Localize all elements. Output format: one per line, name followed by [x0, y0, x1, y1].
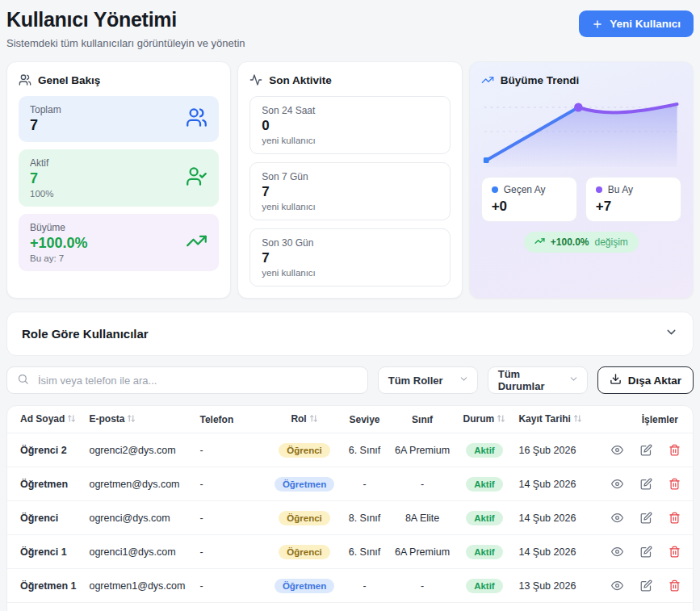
edit-user-button[interactable]: [638, 577, 655, 594]
user-name: Öğrenci 1: [7, 535, 82, 569]
delete-user-button[interactable]: [666, 475, 683, 492]
roles-section-toggle[interactable]: Role Göre Kullanıcılar: [6, 312, 694, 356]
user-email: veli@dys.com: [82, 603, 193, 611]
chevron-down-icon: [568, 374, 579, 387]
header-eposta[interactable]: E-posta: [82, 406, 193, 433]
total-users-tile: Toplam 7: [19, 96, 219, 142]
activity-card-title: Son Aktivite: [269, 74, 332, 86]
overview-card-title: Genel Bakış: [38, 74, 100, 86]
this-month-value: +7: [596, 199, 671, 215]
user-class: -: [388, 603, 457, 611]
user-email: ogrenci1@dys.com: [82, 535, 193, 569]
edit-icon: [640, 512, 652, 524]
view-user-button[interactable]: [609, 509, 626, 526]
view-user-button[interactable]: [609, 577, 626, 594]
delete-user-button[interactable]: [666, 543, 683, 560]
activity-icon: [249, 73, 262, 86]
activity-7d-value: 7: [262, 184, 438, 200]
view-user-button[interactable]: [609, 543, 626, 560]
eye-icon: [611, 546, 623, 558]
view-user-button[interactable]: [609, 442, 626, 458]
status-badge: Aktif: [466, 443, 503, 458]
user-class: 8A Elite: [388, 501, 457, 535]
growth-trend-chart: [481, 96, 681, 167]
users-icon: [186, 107, 207, 132]
total-users-value: 7: [30, 117, 61, 134]
page-heading: Kullanıcı Yönetimi Sistemdeki tüm kullan…: [6, 8, 245, 49]
edit-user-button[interactable]: [638, 509, 655, 526]
growth-value: +100.0%: [30, 235, 88, 252]
change-value: +100.0%: [551, 236, 589, 248]
trending-up-icon: [186, 230, 207, 255]
role-filter-select[interactable]: Tüm Roller: [378, 366, 478, 394]
delete-user-button[interactable]: [666, 509, 683, 526]
activity-30d-tile: Son 30 Gün 7 yeni kullanıcı: [249, 228, 450, 287]
trash-icon: [669, 580, 681, 592]
users-icon: [19, 73, 31, 86]
role-badge: Öğretmen: [275, 579, 334, 593]
status-badge: Aktif: [466, 579, 503, 593]
user-name: Öğretmen 1: [7, 569, 82, 603]
role-filter-value: Tüm Roller: [388, 375, 443, 387]
export-button-label: Dışa Aktar: [628, 375, 681, 387]
user-phone: 2322233321: [193, 603, 267, 611]
trend-card-title: Büyüme Trendi: [501, 74, 580, 86]
edit-user-button[interactable]: [638, 543, 655, 560]
arrow-up-down-icon: [309, 414, 318, 425]
activity-30d-label: Son 30 Gün: [262, 237, 438, 249]
user-email: ogretmen@dys.com: [82, 467, 193, 501]
search-input[interactable]: [36, 374, 358, 387]
user-class: 6A Premium: [388, 433, 457, 467]
chevron-down-icon: [664, 325, 678, 342]
user-level: 8. Sınıf: [341, 501, 388, 535]
user-email: ogretmen1@dys.com: [82, 569, 193, 603]
arrow-up-down-icon: [127, 414, 136, 425]
active-users-label: Aktif: [30, 157, 53, 169]
activity-30d-sub: yeni kullanıcı: [262, 268, 438, 278]
status-filter-select[interactable]: Tüm Durumlar: [488, 366, 588, 394]
trash-icon: [669, 444, 681, 456]
header-kayit-tarihi[interactable]: Kayıt Tarihi: [512, 406, 593, 433]
search-icon: [17, 373, 29, 388]
user-class: -: [388, 569, 457, 603]
last-month-value: +0: [492, 199, 567, 215]
change-badge: +100.0% değişim: [524, 232, 639, 253]
this-month-tile: Bu Ay +7: [585, 177, 681, 222]
edit-user-button[interactable]: [638, 442, 655, 458]
user-register-date: 14 Şub 2026: [512, 467, 593, 501]
arrow-up-down-icon: [573, 414, 582, 425]
user-register-date: 13 Şub 2026: [512, 603, 593, 611]
delete-user-button[interactable]: [666, 442, 683, 458]
active-users-sub: 100%: [30, 189, 53, 199]
page-subtitle: Sistemdeki tüm kullanıcıları görüntüleyi…: [6, 37, 245, 49]
user-management-page: Kullanıcı Yönetimi Sistemdeki tüm kullan…: [0, 0, 700, 611]
table-row: Öğrenci 2 ogrenci2@dys.com - Öğrenci 6. …: [7, 433, 693, 467]
header-durum[interactable]: Durum: [456, 406, 512, 433]
status-filter-value: Tüm Durumlar: [498, 368, 564, 392]
header-rol[interactable]: Rol: [268, 406, 341, 433]
growth-label: Büyüme: [30, 222, 88, 233]
export-button[interactable]: Dışa Aktar: [597, 366, 694, 394]
trash-icon: [669, 546, 681, 558]
new-user-button[interactable]: Yeni Kullanıcı: [579, 10, 694, 37]
eye-icon: [611, 444, 623, 456]
page-title: Kullanıcı Yönetimi: [6, 8, 245, 31]
delete-user-button[interactable]: [666, 577, 683, 594]
edit-icon: [640, 546, 652, 558]
change-label: değişim: [595, 236, 628, 248]
trend-stat-tiles: Geçen Ay +0 Bu Ay +7: [481, 177, 681, 222]
user-phone: -: [193, 569, 267, 603]
eye-icon: [611, 478, 623, 490]
header-ad-soyad[interactable]: Ad Soyad: [7, 406, 82, 433]
activity-30d-value: 7: [262, 250, 438, 266]
trending-up-icon: [534, 236, 545, 249]
table-header-row: Ad Soyad E-posta Telefon Rol Seviye Sını…: [7, 406, 693, 433]
role-badge: Öğretmen: [275, 477, 334, 492]
edit-user-button[interactable]: [638, 475, 655, 492]
user-register-date: 14 Şub 2026: [512, 535, 593, 569]
table-body: Öğrenci 2 ogrenci2@dys.com - Öğrenci 6. …: [7, 433, 693, 611]
trash-icon: [669, 478, 681, 490]
header-telefon: Telefon: [193, 406, 267, 433]
view-user-button[interactable]: [609, 475, 626, 492]
user-register-date: 14 Şub 2026: [512, 501, 593, 535]
